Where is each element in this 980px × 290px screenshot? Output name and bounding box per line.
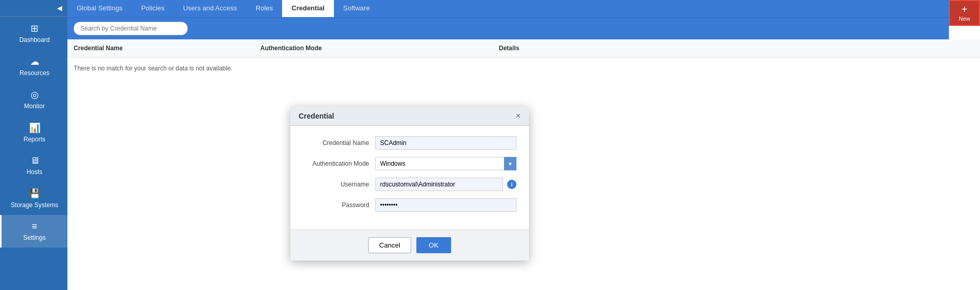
auth-mode-select[interactable]: Windows Linux VMware Hyper-V	[375, 157, 516, 170]
sidebar-item-label: Dashboard	[19, 36, 50, 44]
resources-icon: ☁	[30, 56, 39, 67]
tab-users-and-access[interactable]: Users and Access	[174, 0, 246, 17]
top-nav: Global Settings Policies Users and Acces…	[67, 0, 949, 18]
content-area: Credential Name Authentication Mode Deta…	[67, 39, 980, 290]
monitor-icon: ◎	[31, 89, 39, 100]
hosts-icon: 🖥	[30, 155, 39, 166]
username-info-icon[interactable]: i	[507, 180, 516, 189]
sidebar-item-dashboard[interactable]: ⊞ Dashboard	[0, 17, 67, 50]
sidebar-item-resources[interactable]: ☁ Resources	[0, 50, 67, 83]
search-input[interactable]	[74, 22, 188, 35]
tab-credential[interactable]: Credential	[282, 0, 334, 17]
auth-mode-select-wrap: Windows Linux VMware Hyper-V ▼	[375, 157, 516, 170]
sidebar-collapse-btn[interactable]: ◀	[0, 0, 67, 17]
sidebar-item-label: Resources	[20, 69, 49, 77]
credential-name-input[interactable]	[375, 136, 516, 150]
credential-modal: Credential × Credential Name Authenticat…	[290, 107, 529, 260]
search-bar-area	[67, 18, 949, 39]
sidebar-item-hosts[interactable]: 🖥 Hosts	[0, 149, 67, 182]
modal-title: Credential	[299, 112, 334, 120]
tab-policies[interactable]: Policies	[132, 0, 174, 17]
top-row: Global Settings Policies Users and Acces…	[67, 0, 980, 39]
sidebar-item-reports[interactable]: 📊 Reports	[0, 116, 67, 149]
col-details: Details	[499, 45, 974, 52]
storage-icon: 💾	[29, 188, 40, 199]
sidebar-item-label: Storage Systems	[11, 201, 58, 209]
tab-software[interactable]: Software	[334, 0, 379, 17]
sidebar-item-label: Settings	[23, 234, 46, 241]
new-button-label: New	[959, 16, 970, 22]
sidebar-item-settings[interactable]: ≡ Settings	[0, 215, 67, 248]
settings-icon: ≡	[32, 221, 37, 232]
auth-mode-row: Authentication Mode Windows Linux VMware…	[303, 157, 516, 170]
username-input[interactable]	[375, 178, 503, 191]
modal-header: Credential ×	[290, 107, 529, 126]
sidebar-item-label: Monitor	[24, 103, 45, 110]
modal-close-button[interactable]: ×	[516, 112, 521, 120]
dashboard-icon: ⊞	[31, 23, 38, 34]
no-data-message: There is no match for your search or dat…	[67, 57, 980, 79]
modal-body: Credential Name Authentication Mode Wind…	[290, 126, 529, 229]
tab-roles[interactable]: Roles	[246, 0, 282, 17]
cancel-button[interactable]: Cancel	[368, 237, 411, 253]
sidebar: ◀ ⊞ Dashboard ☁ Resources ◎ Monitor 📊 Re…	[0, 0, 67, 290]
sidebar-item-monitor[interactable]: ◎ Monitor	[0, 83, 67, 116]
credential-name-row: Credential Name	[303, 136, 516, 150]
modal-footer: Cancel OK	[290, 229, 529, 260]
sidebar-item-storage-systems[interactable]: 💾 Storage Systems	[0, 182, 67, 215]
ok-button[interactable]: OK	[416, 237, 451, 253]
username-label: Username	[303, 181, 375, 188]
plus-icon: +	[961, 4, 968, 15]
tab-global-settings[interactable]: Global Settings	[67, 0, 132, 17]
username-row: Username i	[303, 178, 516, 191]
new-button[interactable]: + New	[949, 0, 980, 26]
col-auth-mode: Authentication Mode	[260, 45, 499, 52]
credential-name-label: Credential Name	[303, 139, 375, 147]
main-content: Global Settings Policies Users and Acces…	[67, 0, 980, 290]
sidebar-item-label: Reports	[23, 136, 45, 143]
password-label: Password	[303, 201, 375, 209]
sidebar-item-label: Hosts	[26, 168, 43, 176]
col-credential-name: Credential Name	[74, 45, 260, 52]
password-input[interactable]	[375, 198, 516, 212]
header-search-area: Global Settings Policies Users and Acces…	[67, 0, 949, 39]
reports-icon: 📊	[29, 122, 40, 134]
collapse-icon[interactable]: ◀	[57, 4, 62, 12]
auth-mode-label: Authentication Mode	[303, 160, 375, 167]
table-header: Credential Name Authentication Mode Deta…	[67, 39, 980, 57]
password-row: Password	[303, 198, 516, 212]
